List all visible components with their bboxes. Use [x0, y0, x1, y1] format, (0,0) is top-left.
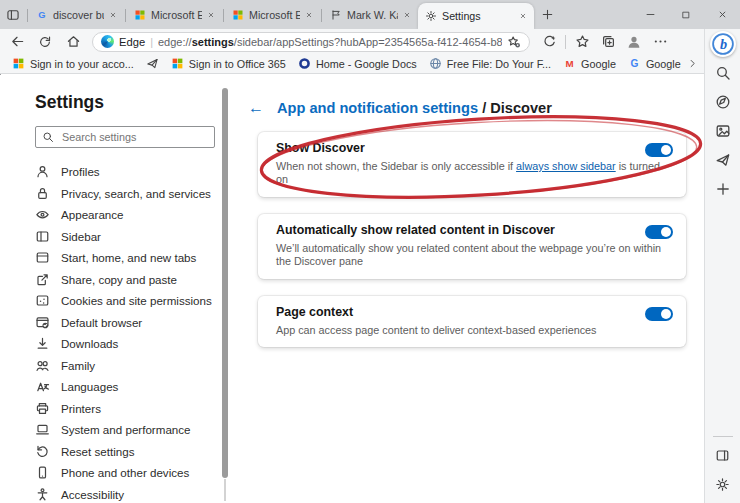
tab-close-icon[interactable]: [403, 11, 411, 19]
favorites-overflow-chevron-icon[interactable]: [687, 58, 698, 69]
laptop-icon: [35, 422, 50, 437]
accessibility-person-icon: [35, 487, 50, 502]
sidebar-panel-button[interactable]: [710, 442, 736, 468]
tab-microsoft-edge-rele[interactable]: Microsoft Edge rele: [127, 0, 222, 29]
inline-link-always-show-sidebar[interactable]: always show sidebar: [516, 160, 616, 172]
sidebar-item-profiles[interactable]: Profiles: [35, 161, 230, 183]
sidebar-search-button[interactable]: [710, 60, 736, 86]
favorite-page-icon[interactable]: [507, 35, 521, 49]
setting-description: We’ll automatically show you related con…: [276, 242, 672, 269]
sidebar-item-appearance[interactable]: Appearance: [35, 204, 230, 226]
tab-close-icon[interactable]: [207, 11, 215, 19]
sidebar-top-icons: b: [710, 29, 736, 202]
maximize-icon: [681, 10, 691, 20]
sidebar-gear-button[interactable]: [710, 471, 736, 497]
bookmark-item[interactable]: [140, 56, 165, 71]
bookmark-sign-in-to-office-365[interactable]: Sign in to Office 365: [165, 56, 292, 71]
essentials-button[interactable]: [536, 31, 562, 53]
sidebar-item-default-browser[interactable]: Default browser: [35, 312, 230, 334]
profile-button[interactable]: [621, 31, 647, 53]
microsoft-favicon-icon: [12, 57, 25, 70]
window-controls: [632, 0, 740, 29]
tab-title: discover button in: [53, 9, 104, 21]
sidebar-plus-button[interactable]: [710, 176, 736, 202]
tab-settings[interactable]: Settings: [418, 3, 534, 29]
gear-icon: [715, 477, 730, 492]
tab-close-icon[interactable]: [519, 12, 527, 20]
site-label: Edge: [119, 36, 145, 48]
show-discover-toggle[interactable]: [645, 143, 673, 157]
sidebar-item-label: Family: [61, 359, 95, 372]
back-arrow-icon[interactable]: ←: [248, 100, 264, 116]
address-bar[interactable]: Edge | edge://settings/sidebar/appSettin…: [92, 32, 530, 52]
bookmark-google[interactable]: GGoogle: [622, 56, 687, 71]
reset-arrow-icon: [35, 444, 50, 459]
search-icon: [42, 131, 54, 143]
sidebar-item-languages[interactable]: Languages: [35, 376, 230, 398]
card-page-context: Page contextApp can access page content …: [258, 296, 686, 347]
globe-favicon-icon: [429, 57, 442, 70]
settings-search[interactable]: [35, 126, 215, 148]
tab-title: Microsoft Edge rele: [151, 9, 202, 21]
sidebar-item-label: Privacy, search, and services: [61, 187, 211, 200]
collections-button[interactable]: [595, 31, 621, 53]
microsoft-favicon-icon: [134, 9, 146, 21]
sidebar-send-button[interactable]: [710, 147, 736, 173]
tab-close-icon[interactable]: [305, 11, 313, 19]
toggle-knob: [661, 227, 671, 237]
sidebar-item-accessibility[interactable]: Accessibility: [35, 484, 230, 503]
refresh-button[interactable]: [32, 31, 58, 53]
breadcrumb-separator: /: [482, 100, 486, 116]
bookmark-home-google-docs[interactable]: Home - Google Docs: [292, 56, 423, 71]
sidebar-item-downloads[interactable]: Downloads: [35, 333, 230, 355]
page-context-toggle[interactable]: [645, 307, 673, 321]
settings-cards: Show DiscoverWhen not shown, the Sidebar…: [258, 132, 686, 347]
bookmark-google[interactable]: MGoogle: [557, 56, 622, 71]
sidebar-item-privacy-search-and-services[interactable]: Privacy, search, and services: [35, 183, 230, 205]
more-button[interactable]: [647, 31, 673, 53]
tab-mark-w-kaelin-au[interactable]: Mark W. Kaelin, Au: [323, 0, 418, 29]
close-window-button[interactable]: [704, 0, 740, 29]
tab-discover-button-in[interactable]: Gdiscover button in: [29, 0, 124, 29]
sidebar-item-sidebar[interactable]: Sidebar: [35, 226, 230, 248]
sidebar-item-phone-and-other-devices[interactable]: Phone and other devices: [35, 462, 230, 484]
sidebar-image-creator-button[interactable]: [710, 118, 736, 144]
settings-search-input[interactable]: [60, 130, 208, 144]
sidebar-item-family[interactable]: Family: [35, 355, 230, 377]
back-button[interactable]: [4, 31, 30, 53]
tab-strip: Gdiscover button inMicrosoft Edge releMi…: [29, 0, 534, 29]
sidebar-item-cookies-and-site-permissions[interactable]: Cookies and site permissions: [35, 290, 230, 312]
microsoft-favicon-icon: [232, 9, 244, 21]
sidebar-item-label: Accessibility: [61, 488, 124, 501]
sidebar-item-start-home-and-new-tabs[interactable]: Start, home, and new tabs: [35, 247, 230, 269]
toggle-knob: [661, 145, 671, 155]
sidebar-scrollbar-thumb[interactable]: [222, 88, 228, 478]
bookmark-free-file-do-your-f[interactable]: Free File: Do Your F...: [423, 56, 557, 71]
sidebar-item-label: Downloads: [61, 337, 118, 350]
tab-actions-button[interactable]: [0, 0, 26, 29]
new-tab-button[interactable]: [534, 0, 560, 29]
breadcrumb-link[interactable]: App and notification settings: [277, 100, 478, 116]
window-line-icon: [35, 250, 50, 265]
favorites-star-button[interactable]: [569, 31, 595, 53]
svg-text:M: M: [566, 58, 574, 69]
tab-close-icon[interactable]: [109, 11, 117, 19]
sidebar-compass-button[interactable]: [710, 89, 736, 115]
bookmark-label: Google: [581, 58, 616, 70]
pennant-favicon-icon: [330, 9, 342, 21]
maximize-button[interactable]: [668, 0, 704, 29]
sidebar-item-system-and-performance[interactable]: System and performance: [35, 419, 230, 441]
card-show-discover: Show DiscoverWhen not shown, the Sidebar…: [258, 132, 686, 197]
sidebar-item-printers[interactable]: Printers: [35, 398, 230, 420]
description-text: We’ll automatically show you related con…: [276, 242, 661, 267]
lock-icon: [35, 186, 50, 201]
auto-related-content-toggle[interactable]: [645, 225, 673, 239]
sidebar-item-share-copy-and-paste[interactable]: Share, copy and paste: [35, 269, 230, 291]
sidebar-bing-copilot-button[interactable]: b: [710, 31, 736, 57]
bookmark-sign-in-to-your-acco[interactable]: Sign in to your acco...: [6, 56, 140, 71]
tab-microsoft-edge-rele[interactable]: Microsoft Edge rele: [225, 0, 320, 29]
sidebar-item-reset-settings[interactable]: Reset settings: [35, 441, 230, 463]
minimize-button[interactable]: [632, 0, 668, 29]
home-button[interactable]: [60, 31, 86, 53]
edge-logo-icon: [101, 35, 114, 48]
